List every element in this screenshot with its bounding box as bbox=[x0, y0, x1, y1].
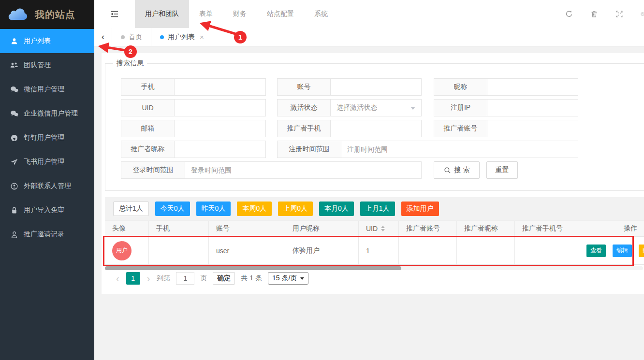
sidebar-item-user-list[interactable]: 用户列表 bbox=[0, 29, 94, 53]
sidebar-item-team[interactable]: 团队管理 bbox=[0, 53, 94, 77]
col-promoter-mobile: 推广者手机号 bbox=[515, 221, 578, 236]
refresh-icon[interactable] bbox=[565, 10, 573, 18]
stat-last-week-button[interactable]: 上周0人 bbox=[278, 202, 313, 216]
goto-label: 到第 bbox=[157, 274, 170, 283]
page-size-select[interactable]: 15 条/页 bbox=[268, 272, 308, 285]
page-1-button[interactable]: 1 bbox=[126, 272, 140, 285]
field-email: 邮箱 bbox=[121, 120, 266, 137]
lock-icon bbox=[10, 206, 18, 215]
sidebar-item-label: 推广邀请记录 bbox=[24, 230, 64, 239]
uid-input[interactable] bbox=[175, 100, 265, 116]
stat-last-month-button[interactable]: 上月1人 bbox=[360, 202, 395, 216]
invite-icon bbox=[10, 230, 18, 239]
sidebar-item-label: 团队管理 bbox=[24, 61, 51, 70]
add-user-button[interactable]: 添加用户 bbox=[401, 202, 439, 216]
field-label: 推广者账号 bbox=[434, 120, 487, 137]
pagination: ‹ 1 › 到第 页 确定 共 1 条 15 条/页 bbox=[115, 272, 308, 285]
nav-users-teams[interactable]: 用户和团队 bbox=[135, 0, 189, 28]
promoter-account-input[interactable] bbox=[487, 120, 578, 137]
avatar: 用户 bbox=[112, 241, 132, 260]
tab-user-list[interactable]: 用户列表 × bbox=[151, 28, 213, 46]
table-header-row: 头像 手机 账号 用户昵称 UID 推广者账号 推广者昵称 推广者手机号 操作 bbox=[105, 220, 644, 237]
sidebar-item-label: 外部联系人管理 bbox=[24, 182, 71, 190]
top-header: 用户和团队 表单 财务 站点配置 系统 bbox=[94, 0, 644, 28]
fullscreen-icon[interactable] bbox=[615, 10, 623, 18]
sidebar: 我的站点 用户列表 团队管理 微信用户管理 企业微信用户管理 钉钉用户管理 飞书… bbox=[0, 0, 94, 360]
col-uid-label: UID bbox=[366, 225, 378, 232]
stat-this-week-button[interactable]: 本周0人 bbox=[237, 202, 272, 216]
user-table: 头像 手机 账号 用户昵称 UID 推广者账号 推广者昵称 推广者手机号 操作 … bbox=[105, 220, 644, 265]
register-ip-input[interactable] bbox=[487, 100, 578, 116]
email-input[interactable] bbox=[175, 120, 265, 137]
col-nickname: 用户昵称 bbox=[285, 221, 359, 236]
cloud-logo-icon bbox=[8, 7, 29, 22]
col-actions: 操作 bbox=[578, 221, 644, 236]
sidebar-item-label: 用户导入免审 bbox=[24, 206, 64, 215]
sidebar-item-wechat-work-users[interactable]: 企业微信用户管理 bbox=[0, 101, 94, 126]
top-nav: 用户和团队 表单 财务 站点配置 系统 bbox=[135, 0, 338, 28]
register-time-range-input[interactable] bbox=[341, 141, 578, 158]
contact-icon bbox=[10, 182, 18, 190]
field-label: 邮箱 bbox=[121, 120, 175, 137]
field-label: 推广者昵称 bbox=[121, 141, 175, 158]
sidebar-item-wechat-users[interactable]: 微信用户管理 bbox=[0, 77, 94, 101]
sidebar-item-label: 飞书用户管理 bbox=[24, 158, 64, 166]
col-uid-sortable[interactable]: UID bbox=[359, 221, 399, 236]
tabs-scroll-left-icon[interactable]: ‹ bbox=[94, 28, 112, 46]
account-input[interactable] bbox=[331, 79, 421, 95]
field-label: 手机 bbox=[121, 79, 175, 95]
menu-collapse-icon[interactable] bbox=[94, 0, 135, 28]
wechat-icon bbox=[10, 86, 18, 94]
goto-page-input[interactable] bbox=[176, 272, 194, 285]
field-register-ip: 注册IP bbox=[434, 99, 578, 116]
nav-system[interactable]: 系统 bbox=[304, 0, 338, 28]
nav-site-config[interactable]: 站点配置 bbox=[257, 0, 304, 28]
col-promoter-nickname: 推广者昵称 bbox=[457, 221, 515, 236]
table-row: 用户 user 体验用户 1 查看 编辑 赠送 bbox=[105, 237, 644, 265]
edit-button[interactable]: 编辑 bbox=[613, 245, 632, 257]
confirm-button[interactable]: 确定 bbox=[213, 272, 235, 285]
sidebar-item-dingtalk-users[interactable]: 钉钉用户管理 bbox=[0, 126, 94, 150]
nav-forms[interactable]: 表单 bbox=[189, 0, 223, 28]
sidebar-item-invite-records[interactable]: 推广邀请记录 bbox=[0, 222, 94, 246]
col-mobile: 手机 bbox=[149, 221, 209, 236]
search-legend: 搜索信息 bbox=[113, 59, 147, 68]
chevron-down-icon bbox=[300, 277, 304, 280]
tab-label: 首页 bbox=[129, 33, 142, 42]
field-promoter-mobile: 推广者手机 bbox=[277, 120, 422, 137]
nav-finance[interactable]: 财务 bbox=[223, 0, 257, 28]
close-icon[interactable]: × bbox=[200, 33, 204, 41]
sidebar-item-external-contacts[interactable]: 外部联系人管理 bbox=[0, 174, 94, 198]
stat-today-button[interactable]: 今天0人 bbox=[155, 202, 190, 216]
trash-icon[interactable] bbox=[590, 10, 598, 18]
view-button[interactable]: 查看 bbox=[586, 245, 606, 257]
gift-button[interactable]: 赠送 bbox=[639, 245, 644, 257]
tab-home[interactable]: 首页 bbox=[112, 28, 151, 46]
sidebar-item-feishu-users[interactable]: 飞书用户管理 bbox=[0, 150, 94, 174]
login-time-range-input[interactable] bbox=[185, 162, 421, 178]
stat-yesterday-button[interactable]: 昨天0人 bbox=[196, 202, 231, 216]
nickname-cell: 体验用户 bbox=[285, 237, 359, 264]
field-promoter-nickname: 推广者昵称 bbox=[121, 141, 266, 158]
stat-this-month-button[interactable]: 本月0人 bbox=[319, 202, 354, 216]
avatar-cell: 用户 bbox=[105, 237, 149, 264]
field-promoter-account: 推广者账号 bbox=[434, 120, 578, 137]
promoter-nickname-input[interactable] bbox=[175, 141, 265, 158]
next-page-icon[interactable]: › bbox=[146, 274, 151, 283]
stat-total-button[interactable]: 总计1人 bbox=[113, 202, 149, 216]
nickname-input[interactable] bbox=[487, 79, 578, 95]
promoter-mobile-input[interactable] bbox=[331, 120, 421, 137]
reset-button[interactable]: 重置 bbox=[486, 161, 518, 179]
header-actions bbox=[565, 0, 644, 28]
search-button[interactable]: 搜 索 bbox=[434, 161, 480, 179]
sidebar-item-user-import[interactable]: 用户导入免审 bbox=[0, 198, 94, 222]
sidebar-item-label: 钉钉用户管理 bbox=[24, 133, 64, 142]
active-status-select[interactable]: 选择激活状态 bbox=[331, 100, 421, 116]
scrollbar-thumb[interactable] bbox=[105, 266, 401, 270]
clock-icon-partial[interactable] bbox=[641, 10, 644, 18]
prev-page-icon[interactable]: ‹ bbox=[115, 274, 120, 283]
col-avatar: 头像 bbox=[105, 221, 149, 236]
reset-button-label: 重置 bbox=[496, 166, 509, 174]
sort-icon[interactable] bbox=[381, 226, 385, 231]
mobile-input[interactable] bbox=[175, 79, 265, 95]
